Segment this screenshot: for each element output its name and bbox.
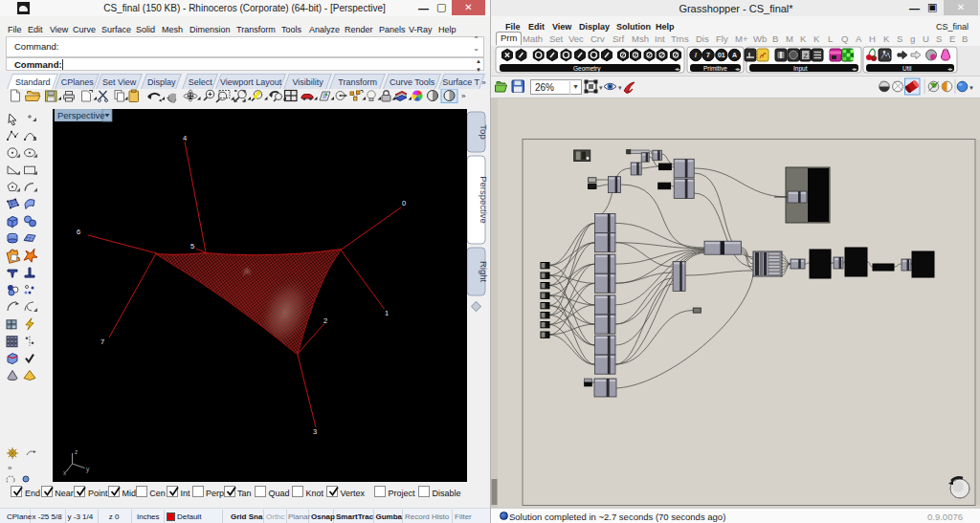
svg-text:»: »: [8, 464, 12, 472]
svg-text:◂▸: ◂▸: [852, 66, 858, 72]
svg-text:Right: Right: [479, 261, 489, 283]
svg-text:z: z: [75, 448, 78, 455]
svg-text:7: 7: [100, 338, 104, 346]
svg-text:2: 2: [323, 316, 327, 325]
svg-text:Perspective: Perspective: [57, 110, 105, 120]
svg-text:5: 5: [190, 242, 194, 251]
svg-text:Geometry: Geometry: [573, 65, 601, 73]
svg-text:01: 01: [718, 52, 725, 58]
svg-text:Perspective: Perspective: [479, 176, 489, 224]
svg-text:◂▸: ◂▸: [947, 66, 953, 72]
svg-text:»: »: [461, 92, 466, 100]
svg-text:6: 6: [77, 228, 80, 236]
svg-text:◂▸: ◂▸: [735, 66, 741, 72]
svg-text:Top: Top: [479, 124, 489, 139]
svg-text:/: /: [695, 52, 697, 58]
svg-text:4: 4: [183, 134, 187, 142]
svg-text:▾: ▾: [599, 84, 603, 91]
svg-text:1: 1: [385, 309, 389, 317]
svg-text:7: 7: [706, 52, 710, 58]
svg-text:Primitive: Primitive: [703, 65, 727, 72]
svg-text:Input: Input: [793, 65, 808, 73]
svg-text:3: 3: [313, 427, 317, 436]
svg-text:▾: ▾: [618, 84, 622, 91]
svg-text:A: A: [732, 52, 737, 58]
svg-text:◂▸: ◂▸: [675, 66, 680, 72]
svg-text:▼: ▼: [969, 85, 974, 91]
svg-text:Util: Util: [902, 65, 912, 72]
svg-text:Z: Z: [804, 53, 809, 59]
svg-text:0: 0: [402, 199, 406, 207]
